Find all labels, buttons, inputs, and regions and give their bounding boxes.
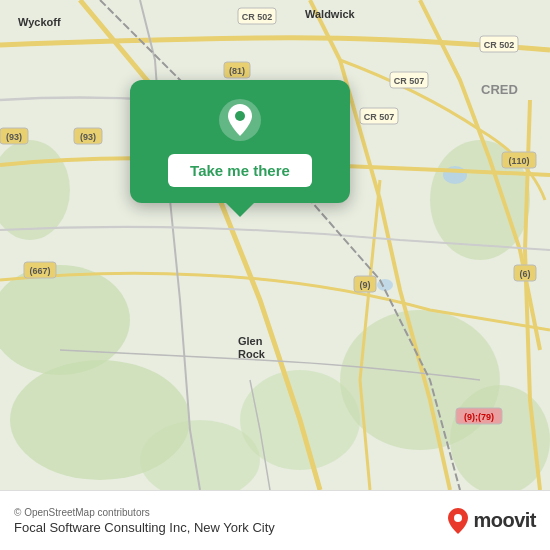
svg-text:CR 507: CR 507: [394, 76, 425, 86]
moovit-pin-icon: [447, 507, 469, 535]
bottom-bar: © OpenStreetMap contributors Focal Softw…: [0, 490, 550, 550]
svg-text:CRED: CRED: [481, 82, 518, 97]
moovit-logo: moovit: [447, 507, 536, 535]
svg-point-41: [235, 111, 245, 121]
location-title: Focal Software Consulting Inc, New York …: [14, 520, 275, 535]
svg-text:CR 502: CR 502: [484, 40, 515, 50]
svg-text:(93): (93): [80, 132, 96, 142]
svg-text:(9): (9): [360, 280, 371, 290]
svg-text:Rock: Rock: [238, 348, 266, 360]
svg-text:(110): (110): [508, 156, 529, 166]
svg-text:Waldwick: Waldwick: [305, 8, 356, 20]
map-area: Wyckoff Waldwick Glen Rock (81) CR 502 C…: [0, 0, 550, 490]
bottom-left-info: © OpenStreetMap contributors Focal Softw…: [14, 507, 275, 535]
svg-text:CR 502: CR 502: [242, 12, 273, 22]
svg-text:(9);(79): (9);(79): [464, 412, 494, 422]
svg-text:(667): (667): [29, 266, 50, 276]
moovit-brand-text: moovit: [473, 509, 536, 532]
svg-point-42: [454, 514, 462, 522]
svg-text:(6): (6): [520, 269, 531, 279]
svg-text:Wyckoff: Wyckoff: [18, 16, 61, 28]
location-pin-icon: [218, 98, 262, 142]
svg-text:(93): (93): [6, 132, 22, 142]
copyright-text: © OpenStreetMap contributors: [14, 507, 275, 518]
svg-text:(81): (81): [229, 66, 245, 76]
svg-text:Glen: Glen: [238, 335, 263, 347]
svg-text:CR 507: CR 507: [364, 112, 395, 122]
location-popup: Take me there: [130, 80, 350, 203]
take-me-there-button[interactable]: Take me there: [168, 154, 312, 187]
map-svg: Wyckoff Waldwick Glen Rock (81) CR 502 C…: [0, 0, 550, 490]
